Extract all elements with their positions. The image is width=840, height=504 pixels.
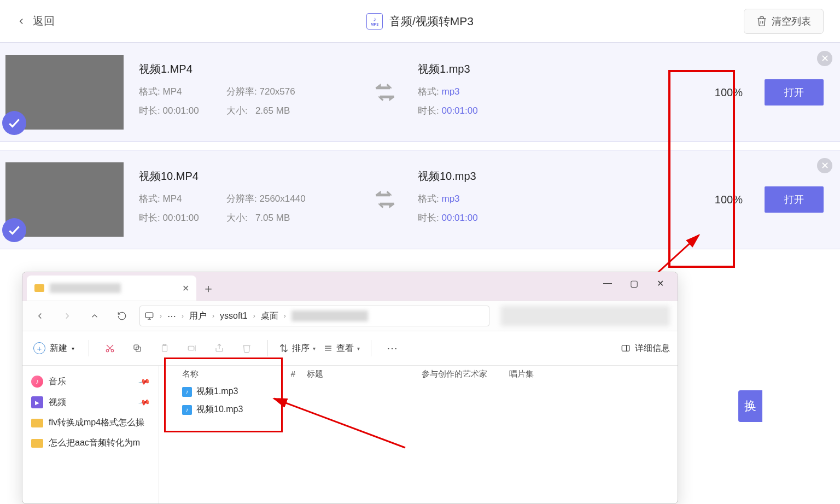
monitor-icon [144, 311, 154, 321]
remove-item-button[interactable]: ✕ [817, 158, 832, 173]
convert-arrow-icon [369, 76, 401, 109]
more-button[interactable]: ⋯ [382, 338, 402, 358]
list-item: 视频10.MP4 格式: MP4 分辨率: 2560x1440 时长: 00:0… [0, 150, 840, 249]
target-filename: 视频1.mp3 [418, 62, 609, 77]
crumb-users[interactable]: 用户 [189, 310, 207, 322]
sidebar-item-folder[interactable]: flv转换成mp4格式怎么操 [22, 413, 159, 433]
thumbnail-wrap [5, 162, 124, 237]
clear-list-button[interactable]: 清空列表 [744, 9, 824, 34]
done-badge [2, 111, 26, 135]
src-res: 720x576 [259, 86, 295, 97]
thumbnail-wrap [5, 55, 124, 130]
src-duration: 00:01:00 [162, 213, 199, 223]
svg-rect-1 [145, 313, 153, 318]
col-album[interactable]: 唱片集 [509, 369, 575, 379]
col-title[interactable]: 标题 [307, 369, 422, 379]
nav-up-button[interactable] [85, 306, 104, 326]
explorer-content: 名称 # 标题 参与创作的艺术家 唱片集 ♪视频1.mp3 ♪视频10.mp3 [159, 366, 678, 503]
convert-arrow-icon [369, 183, 401, 216]
dst-format[interactable]: mp3 [441, 194, 459, 204]
column-headers: 名称 # 标题 参与创作的艺术家 唱片集 [170, 366, 667, 383]
view-button[interactable]: 查看▾ [323, 343, 360, 354]
file-row[interactable]: ♪视频10.mp3 [170, 401, 667, 419]
src-format: MP4 [162, 86, 182, 97]
convert-button[interactable]: 换 [738, 390, 762, 422]
explorer-titlebar: ✕ ＋ — ▢ ✕ [22, 272, 678, 301]
copy-button[interactable] [127, 338, 147, 358]
explorer-body: ♪音乐📌 ▶视频📌 flv转换成mp4格式怎么操 怎么把aac音频转化为m 名称… [22, 365, 678, 503]
maximize-button[interactable]: ▢ [621, 274, 647, 292]
explorer-toolbar: + 新建 ▾ 排序▾ 查看▾ ⋯ 详细信息 [22, 331, 678, 365]
conversion-list: 视频1.MP4 格式: MP4 分辨率: 720x576 时长: 00:01:0… [0, 43, 840, 249]
duration-label: 时长: [418, 106, 439, 116]
nav-forward-button[interactable] [57, 306, 77, 326]
mp3-icon: MP3 [366, 13, 383, 30]
audio-file-icon: ♪ [182, 387, 192, 397]
sidebar-item-video[interactable]: ▶视频📌 [22, 392, 159, 413]
remove-item-button[interactable]: ✕ [817, 51, 832, 66]
minimize-button[interactable]: — [594, 274, 621, 292]
page-title-text: 音频/视频转MP3 [389, 14, 474, 29]
duration-label: 时长: [418, 213, 439, 223]
trash-icon [756, 16, 767, 27]
resolution-label: 分辨率: [226, 194, 257, 204]
crumb-redacted [291, 310, 368, 321]
crumb-user[interactable]: yssoft1 [220, 311, 248, 321]
col-number[interactable]: # [279, 369, 307, 379]
explorer-tab[interactable]: ✕ [27, 276, 196, 301]
src-res: 2560x1440 [259, 194, 305, 204]
source-info: 视频1.MP4 格式: MP4 分辨率: 720x576 时长: 00:01:0… [139, 62, 369, 124]
search-redacted[interactable] [500, 306, 670, 326]
sidebar-label: 音乐 [49, 376, 66, 388]
cut-button[interactable] [100, 338, 120, 358]
sort-button[interactable]: 排序▾ [279, 343, 316, 354]
video-icon: ▶ [31, 396, 43, 408]
pin-icon: 📌 [138, 396, 150, 409]
sidebar-label: 视频 [49, 397, 66, 408]
svg-point-4 [106, 349, 109, 352]
sidebar-item-music[interactable]: ♪音乐📌 [22, 371, 159, 392]
paste-button[interactable] [155, 338, 174, 358]
target-info: 视频1.mp3 格式: mp3 时长: 00:01:00 [418, 62, 609, 124]
open-button[interactable]: 打开 [765, 186, 824, 213]
delete-button[interactable] [237, 338, 256, 358]
close-window-button[interactable]: ✕ [647, 274, 673, 292]
crumb-desktop[interactable]: 桌面 [261, 310, 278, 322]
ellipsis-icon[interactable]: ⋯ [167, 311, 176, 321]
col-artist[interactable]: 参与创作的艺术家 [422, 369, 509, 379]
duration-label: 时长: [139, 106, 160, 116]
sidebar-item-folder[interactable]: 怎么把aac音频转化为m [22, 433, 159, 453]
rename-button[interactable] [182, 338, 202, 358]
duration-label: 时长: [139, 213, 160, 223]
share-button[interactable] [209, 338, 229, 358]
new-label: 新建 [50, 343, 67, 354]
close-tab-button[interactable]: ✕ [181, 284, 190, 292]
new-button[interactable]: + 新建 ▾ [30, 340, 78, 356]
folder-icon [34, 284, 44, 292]
resolution-label: 分辨率: [226, 86, 257, 97]
tab-title-redacted [50, 283, 121, 293]
nav-back-button[interactable] [30, 306, 50, 326]
done-badge [2, 218, 26, 242]
breadcrumb-bar[interactable]: › ⋯ › 用户 › yssoft1 › 桌面 › [139, 306, 489, 326]
progress-text: 100% [715, 86, 743, 99]
target-info: 视频10.mp3 格式: mp3 时长: 00:01:00 [418, 169, 609, 231]
page-title: MP3 音频/视频转MP3 [366, 13, 474, 30]
music-icon: ♪ [31, 376, 43, 388]
format-label: 格式: [139, 86, 160, 97]
details-pane-button[interactable]: 详细信息 [621, 343, 670, 354]
file-row[interactable]: ♪视频1.mp3 [170, 383, 667, 401]
folder-icon [31, 419, 43, 427]
audio-file-icon: ♪ [182, 405, 192, 415]
source-info: 视频10.MP4 格式: MP4 分辨率: 2560x1440 时长: 00:0… [139, 169, 369, 231]
sidebar-label: flv转换成mp4格式怎么操 [49, 417, 144, 429]
new-tab-button[interactable]: ＋ [196, 277, 220, 301]
size-label: 大小: [226, 213, 248, 223]
target-filename: 视频10.mp3 [418, 169, 609, 184]
refresh-button[interactable] [112, 306, 132, 326]
dst-format[interactable]: mp3 [441, 86, 459, 97]
back-button[interactable]: 返回 [16, 14, 55, 28]
open-button[interactable]: 打开 [765, 79, 824, 106]
src-size: 2.65 MB [255, 106, 290, 116]
col-name[interactable]: 名称 [170, 369, 279, 379]
